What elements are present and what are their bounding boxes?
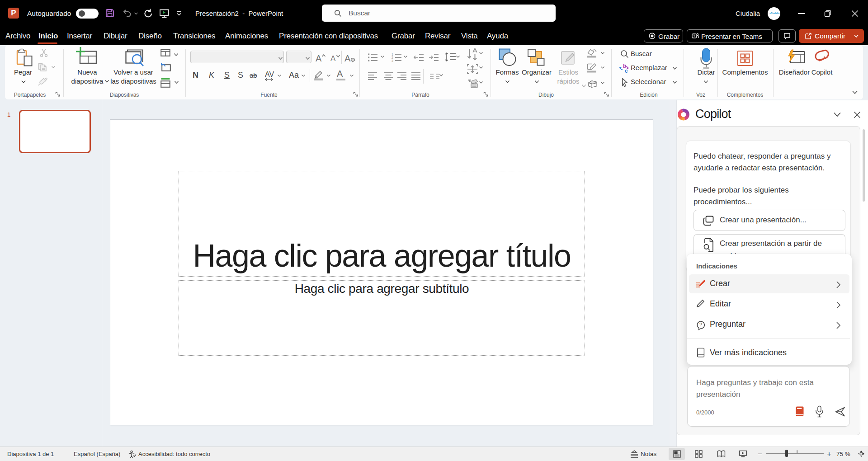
svg-text:?: ? — [699, 322, 702, 327]
svg-text:1: 1 — [392, 53, 393, 56]
svg-text:2: 2 — [392, 56, 393, 59]
svg-text:3: 3 — [392, 59, 393, 62]
